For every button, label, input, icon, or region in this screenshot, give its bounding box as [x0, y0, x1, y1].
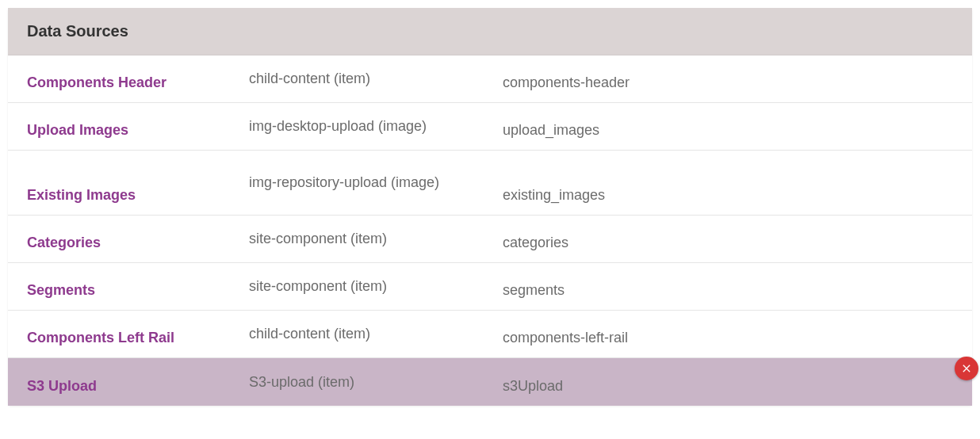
table-row[interactable]: Categoriessite-component (item)categorie… — [8, 216, 972, 263]
data-source-name[interactable]: Components Header — [27, 74, 249, 91]
data-source-type: site-component (item) — [249, 229, 503, 248]
panel-header: Data Sources — [8, 8, 972, 55]
data-source-name[interactable]: S3 Upload — [27, 378, 249, 395]
data-source-name[interactable]: Existing Images — [27, 187, 249, 204]
table-row[interactable]: S3 UploadS3-upload (item)s3Upload — [8, 358, 972, 406]
panel-title: Data Sources — [27, 22, 953, 40]
data-source-id: upload_images — [503, 122, 953, 139]
data-source-name[interactable]: Upload Images — [27, 122, 249, 139]
data-source-type: child-content (item) — [249, 69, 503, 88]
table-row[interactable]: Components Headerchild-content (item)com… — [8, 55, 972, 103]
data-source-type: img-desktop-upload (image) — [249, 116, 503, 136]
data-source-id: s3Upload — [503, 378, 953, 395]
data-source-name[interactable]: Segments — [27, 282, 249, 299]
delete-button[interactable] — [955, 357, 978, 380]
data-source-id: components-left-rail — [503, 330, 953, 346]
data-source-type: img-repository-upload (image) — [249, 173, 503, 192]
table-row[interactable]: Existing Imagesimg-repository-upload (im… — [8, 151, 972, 216]
data-sources-panel: Data Sources Components Headerchild-cont… — [8, 8, 972, 406]
data-source-name[interactable]: Components Left Rail — [27, 330, 249, 346]
data-source-id: categories — [503, 235, 953, 251]
data-source-type: child-content (item) — [249, 324, 503, 343]
data-sources-table: Components Headerchild-content (item)com… — [8, 55, 972, 406]
data-source-type: site-component (item) — [249, 277, 503, 296]
data-source-type: S3-upload (item) — [249, 372, 503, 391]
table-row[interactable]: Components Left Railchild-content (item)… — [8, 311, 972, 358]
data-source-id: components-header — [503, 74, 953, 91]
data-source-id: existing_images — [503, 187, 953, 204]
table-row[interactable]: Upload Imagesimg-desktop-upload (image)u… — [8, 103, 972, 151]
data-source-name[interactable]: Categories — [27, 235, 249, 251]
close-icon — [960, 362, 973, 375]
data-source-id: segments — [503, 282, 953, 299]
table-row[interactable]: Segmentssite-component (item)segments — [8, 263, 972, 311]
